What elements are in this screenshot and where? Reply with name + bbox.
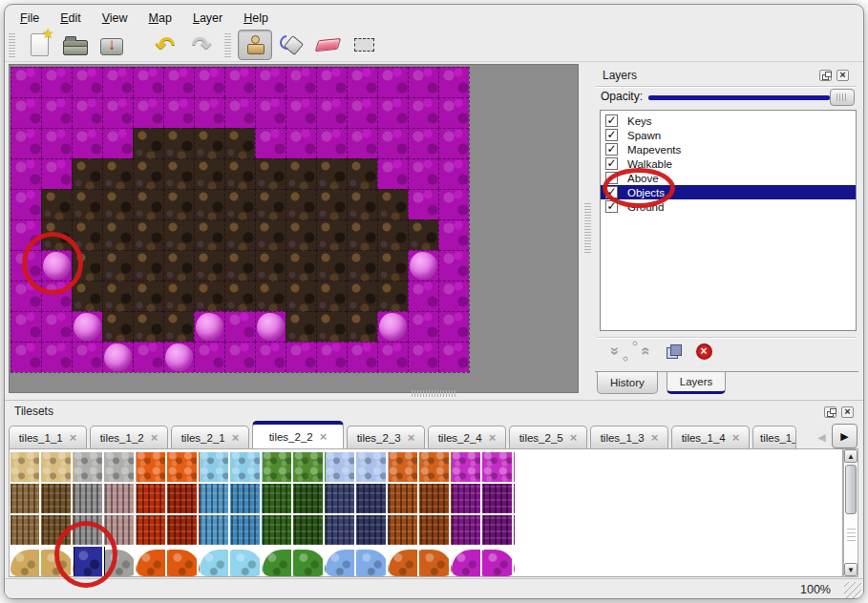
- tileset-tile-vines[interactable]: [263, 514, 294, 546]
- tileset-tile-sand[interactable]: [42, 514, 74, 546]
- brown-rock-tile[interactable]: [347, 158, 377, 189]
- brown-rock-tile[interactable]: [286, 158, 316, 189]
- magenta-ground-tile[interactable]: [11, 97, 41, 128]
- brown-rock-tile[interactable]: [163, 281, 194, 311]
- window-close-icon[interactable]: ×: [836, 70, 849, 81]
- magenta-ground-tile[interactable]: [347, 128, 377, 158]
- tileset-tile-clay[interactable]: [420, 483, 452, 514]
- brown-rock-tile[interactable]: [224, 128, 255, 158]
- brown-rock-tile[interactable]: [163, 128, 194, 158]
- vertical-splitter-grip[interactable]: [584, 203, 591, 253]
- magenta-ground-tile[interactable]: [255, 128, 286, 158]
- brown-rock-tile[interactable]: [194, 281, 224, 311]
- magenta-ground-tile[interactable]: [224, 97, 255, 128]
- brown-rock-tile[interactable]: [286, 311, 316, 342]
- layer-visibility-checkbox[interactable]: ✓: [605, 114, 618, 127]
- save-map-button[interactable]: [95, 30, 129, 60]
- magenta-ground-tile[interactable]: [133, 342, 163, 372]
- magenta-ground-tile[interactable]: [316, 97, 347, 128]
- tileset-tile-clay[interactable]: [420, 514, 452, 546]
- tab-close-icon[interactable]: ×: [232, 433, 240, 443]
- brown-rock-tile[interactable]: [316, 250, 347, 281]
- pink-bush-tile[interactable]: [163, 342, 194, 372]
- tileset-tile-thorns[interactable]: [483, 451, 515, 483]
- brown-rock-tile[interactable]: [347, 219, 377, 250]
- tileset-tile-ice[interactable]: [200, 451, 231, 483]
- brown-rock-tile[interactable]: [102, 250, 133, 281]
- pink-bush-tile[interactable]: [72, 311, 102, 342]
- layer-visibility-checkbox[interactable]: ✓: [605, 172, 618, 184]
- tileset-tile-fire[interactable]: [168, 514, 200, 546]
- tileset-tile-crystal[interactable]: [357, 514, 389, 546]
- tileset-tile-clay-bush[interactable]: [389, 546, 420, 577]
- magenta-ground-tile[interactable]: [41, 97, 72, 128]
- brown-rock-tile[interactable]: [102, 311, 133, 342]
- magenta-ground-tile[interactable]: [11, 189, 41, 219]
- brown-rock-tile[interactable]: [347, 311, 377, 342]
- magenta-ground-tile[interactable]: [11, 158, 41, 189]
- tab-close-icon[interactable]: ×: [570, 433, 578, 443]
- magenta-ground-tile[interactable]: [41, 342, 72, 372]
- brown-rock-tile[interactable]: [316, 189, 347, 219]
- tab-close-icon[interactable]: ×: [651, 433, 659, 443]
- tileset-tile-sand-bush[interactable]: [42, 546, 74, 577]
- brown-rock-tile[interactable]: [224, 219, 255, 250]
- magenta-ground-tile[interactable]: [72, 128, 102, 158]
- selected-tileset-tile[interactable]: [74, 546, 105, 577]
- magenta-ground-tile[interactable]: [163, 67, 194, 97]
- magenta-ground-tile[interactable]: [377, 128, 408, 158]
- opacity-slider[interactable]: [648, 95, 830, 100]
- tileset-tab-tiles_2_3[interactable]: tiles_2_3×: [347, 426, 425, 448]
- magenta-ground-tile[interactable]: [72, 67, 102, 97]
- tileset-tile-vines[interactable]: [263, 483, 294, 514]
- tileset-tile-fire-bush[interactable]: [168, 546, 200, 577]
- tileset-tab-tiles_2_4[interactable]: tiles_2_4×: [428, 426, 506, 448]
- magenta-ground-tile[interactable]: [408, 67, 438, 97]
- brown-rock-tile[interactable]: [133, 311, 163, 342]
- tab-history[interactable]: History: [597, 372, 658, 394]
- magenta-ground-tile[interactable]: [377, 158, 408, 189]
- window-restore-icon[interactable]: [824, 406, 836, 418]
- magenta-ground-tile[interactable]: [408, 189, 438, 219]
- brown-rock-tile[interactable]: [377, 219, 408, 250]
- brown-rock-tile[interactable]: [102, 219, 133, 250]
- magenta-ground-tile[interactable]: [41, 158, 72, 189]
- magenta-ground-tile[interactable]: [286, 342, 316, 372]
- brown-rock-tile[interactable]: [163, 311, 194, 342]
- brown-rock-tile[interactable]: [224, 250, 255, 281]
- brown-rock-tile[interactable]: [316, 311, 347, 342]
- brown-rock-tile[interactable]: [224, 158, 255, 189]
- tileset-tile-ice-bush[interactable]: [200, 546, 231, 577]
- horizontal-splitter-grip[interactable]: [412, 390, 455, 397]
- menu-help[interactable]: Help: [233, 10, 279, 28]
- brown-rock-tile[interactable]: [72, 281, 102, 311]
- tileset-tile-ice[interactable]: [200, 514, 231, 546]
- tileset-tile-thorns[interactable]: [483, 483, 515, 514]
- menu-map[interactable]: Map: [138, 10, 182, 28]
- magenta-ground-tile[interactable]: [408, 128, 438, 158]
- tileset-tile-sand[interactable]: [11, 483, 42, 514]
- undo-button[interactable]: ↶: [148, 30, 182, 60]
- brown-rock-tile[interactable]: [72, 250, 102, 281]
- layer-row-mapevents[interactable]: ✓Mapevents: [601, 142, 856, 156]
- window-restore-icon[interactable]: [819, 70, 832, 81]
- tileset-tab-tiles_1_2[interactable]: tiles_1_2×: [90, 426, 168, 448]
- tileset-tab-tiles_2_2[interactable]: tiles_2_2×: [252, 421, 344, 448]
- tab-close-icon[interactable]: ×: [408, 433, 415, 443]
- tileset-scrollbar[interactable]: ▲ ▼: [843, 448, 858, 577]
- tab-close-icon[interactable]: ×: [70, 433, 77, 443]
- tab-scroll-right-button[interactable]: ▶: [832, 424, 857, 448]
- pink-bush-tile[interactable]: [194, 311, 224, 342]
- tileset-tile-vines-bush[interactable]: [263, 546, 294, 577]
- tab-layers[interactable]: Layers: [667, 372, 727, 394]
- magenta-ground-tile[interactable]: [316, 342, 347, 372]
- tileset-tile-vines-bush[interactable]: [294, 546, 326, 577]
- tileset-tile-fire-bush[interactable]: [137, 546, 168, 577]
- move-layer-down-button[interactable]: »: [634, 341, 655, 362]
- tileset-tile-stone[interactable]: [74, 483, 105, 514]
- brown-rock-tile[interactable]: [377, 250, 408, 281]
- brown-rock-tile[interactable]: [316, 158, 347, 189]
- tileset-tile-fire[interactable]: [168, 483, 200, 514]
- magenta-ground-tile[interactable]: [102, 97, 133, 128]
- brown-rock-tile[interactable]: [133, 189, 163, 219]
